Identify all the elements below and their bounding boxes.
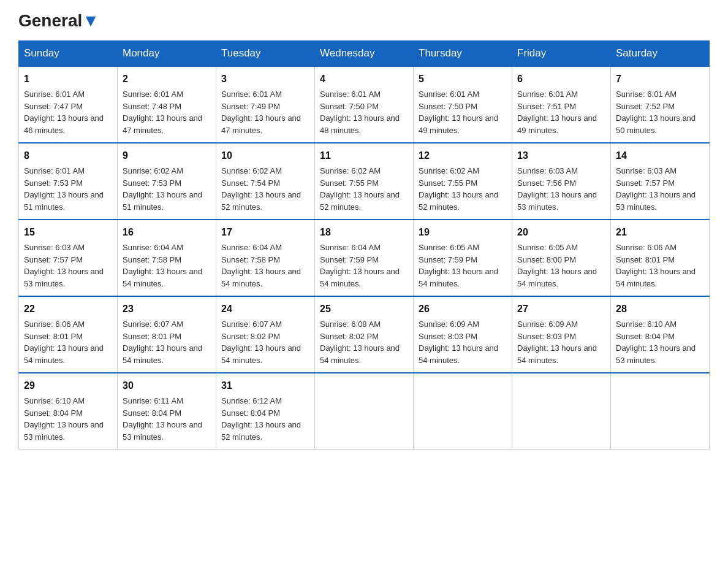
day-info: Sunrise: 6:01 AMSunset: 7:51 PMDaylight:…	[517, 88, 605, 136]
logo-triangle-icon: ▼	[82, 11, 99, 30]
calendar-cell	[611, 373, 710, 450]
day-number: 22	[24, 302, 112, 316]
day-number: 11	[320, 148, 408, 163]
calendar-day-header: Wednesday	[315, 41, 414, 67]
calendar-week-row: 1Sunrise: 6:01 AMSunset: 7:47 PMDaylight…	[19, 66, 710, 143]
day-number: 15	[24, 225, 112, 240]
day-info: Sunrise: 6:10 AMSunset: 8:04 PMDaylight:…	[24, 395, 112, 443]
day-number: 30	[123, 378, 211, 393]
day-number: 21	[616, 225, 704, 240]
day-number: 28	[616, 302, 704, 316]
calendar-cell: 7Sunrise: 6:01 AMSunset: 7:52 PMDaylight…	[611, 66, 710, 143]
calendar-week-row: 8Sunrise: 6:01 AMSunset: 7:53 PMDaylight…	[19, 143, 710, 220]
day-info: Sunrise: 6:01 AMSunset: 7:49 PMDaylight:…	[221, 88, 309, 136]
day-number: 3	[221, 72, 309, 86]
calendar-cell: 13Sunrise: 6:03 AMSunset: 7:56 PMDayligh…	[512, 143, 611, 220]
calendar-cell: 2Sunrise: 6:01 AMSunset: 7:48 PMDaylight…	[118, 66, 216, 143]
day-number: 27	[517, 302, 605, 316]
day-info: Sunrise: 6:03 AMSunset: 7:56 PMDaylight:…	[517, 165, 605, 213]
day-info: Sunrise: 6:01 AMSunset: 7:52 PMDaylight:…	[616, 88, 704, 136]
day-info: Sunrise: 6:10 AMSunset: 8:04 PMDaylight:…	[616, 318, 704, 366]
day-number: 6	[517, 72, 605, 86]
calendar-cell: 19Sunrise: 6:05 AMSunset: 7:59 PMDayligh…	[414, 220, 512, 296]
day-number: 20	[517, 225, 605, 240]
day-info: Sunrise: 6:03 AMSunset: 7:57 PMDaylight:…	[616, 165, 704, 213]
calendar-day-header: Thursday	[414, 41, 512, 67]
calendar-header-row: SundayMondayTuesdayWednesdayThursdayFrid…	[19, 41, 710, 67]
calendar-cell: 22Sunrise: 6:06 AMSunset: 8:01 PMDayligh…	[19, 296, 118, 373]
calendar-cell: 4Sunrise: 6:01 AMSunset: 7:50 PMDaylight…	[315, 66, 414, 143]
calendar-day-header: Tuesday	[216, 41, 315, 67]
calendar-cell: 11Sunrise: 6:02 AMSunset: 7:55 PMDayligh…	[315, 143, 414, 220]
day-info: Sunrise: 6:07 AMSunset: 8:02 PMDaylight:…	[221, 318, 309, 366]
calendar-table: SundayMondayTuesdayWednesdayThursdayFrid…	[18, 40, 710, 450]
calendar-cell: 5Sunrise: 6:01 AMSunset: 7:50 PMDaylight…	[414, 66, 512, 143]
calendar-cell: 1Sunrise: 6:01 AMSunset: 7:47 PMDaylight…	[19, 66, 118, 143]
day-info: Sunrise: 6:11 AMSunset: 8:04 PMDaylight:…	[123, 395, 211, 443]
day-number: 4	[320, 72, 408, 86]
day-info: Sunrise: 6:02 AMSunset: 7:53 PMDaylight:…	[123, 165, 211, 213]
day-number: 5	[419, 72, 507, 86]
calendar-cell: 10Sunrise: 6:02 AMSunset: 7:54 PMDayligh…	[216, 143, 315, 220]
day-info: Sunrise: 6:01 AMSunset: 7:47 PMDaylight:…	[24, 88, 112, 136]
calendar-day-header: Saturday	[611, 41, 710, 67]
calendar-week-row: 29Sunrise: 6:10 AMSunset: 8:04 PMDayligh…	[19, 373, 710, 450]
day-info: Sunrise: 6:01 AMSunset: 7:50 PMDaylight:…	[320, 88, 408, 136]
day-number: 14	[616, 148, 704, 163]
day-info: Sunrise: 6:09 AMSunset: 8:03 PMDaylight:…	[517, 318, 605, 366]
day-info: Sunrise: 6:02 AMSunset: 7:54 PMDaylight:…	[221, 165, 309, 213]
calendar-cell	[315, 373, 414, 450]
calendar-cell	[414, 373, 512, 450]
calendar-cell: 18Sunrise: 6:04 AMSunset: 7:59 PMDayligh…	[315, 220, 414, 296]
day-info: Sunrise: 6:12 AMSunset: 8:04 PMDaylight:…	[221, 395, 309, 443]
day-info: Sunrise: 6:04 AMSunset: 7:59 PMDaylight:…	[320, 242, 408, 289]
day-number: 17	[221, 225, 309, 240]
calendar-cell: 12Sunrise: 6:02 AMSunset: 7:55 PMDayligh…	[414, 143, 512, 220]
calendar-cell: 20Sunrise: 6:05 AMSunset: 8:00 PMDayligh…	[512, 220, 611, 296]
day-number: 8	[24, 148, 112, 163]
logo: General▼	[18, 12, 99, 28]
day-info: Sunrise: 6:09 AMSunset: 8:03 PMDaylight:…	[419, 318, 507, 366]
day-number: 31	[221, 378, 309, 393]
day-info: Sunrise: 6:01 AMSunset: 7:53 PMDaylight:…	[24, 165, 112, 213]
calendar-cell: 29Sunrise: 6:10 AMSunset: 8:04 PMDayligh…	[19, 373, 118, 450]
day-number: 10	[221, 148, 309, 163]
calendar-cell: 21Sunrise: 6:06 AMSunset: 8:01 PMDayligh…	[611, 220, 710, 296]
calendar-cell: 15Sunrise: 6:03 AMSunset: 7:57 PMDayligh…	[19, 220, 118, 296]
calendar-cell: 28Sunrise: 6:10 AMSunset: 8:04 PMDayligh…	[611, 296, 710, 373]
day-number: 18	[320, 225, 408, 240]
day-info: Sunrise: 6:01 AMSunset: 7:48 PMDaylight:…	[123, 88, 211, 136]
calendar-cell: 14Sunrise: 6:03 AMSunset: 7:57 PMDayligh…	[611, 143, 710, 220]
calendar-cell: 3Sunrise: 6:01 AMSunset: 7:49 PMDaylight…	[216, 66, 315, 143]
calendar-cell: 9Sunrise: 6:02 AMSunset: 7:53 PMDaylight…	[118, 143, 216, 220]
day-info: Sunrise: 6:03 AMSunset: 7:57 PMDaylight:…	[24, 242, 112, 289]
day-number: 13	[517, 148, 605, 163]
calendar-cell: 8Sunrise: 6:01 AMSunset: 7:53 PMDaylight…	[19, 143, 118, 220]
calendar-cell: 6Sunrise: 6:01 AMSunset: 7:51 PMDaylight…	[512, 66, 611, 143]
calendar-week-row: 22Sunrise: 6:06 AMSunset: 8:01 PMDayligh…	[19, 296, 710, 373]
day-info: Sunrise: 6:04 AMSunset: 7:58 PMDaylight:…	[221, 242, 309, 289]
day-info: Sunrise: 6:01 AMSunset: 7:50 PMDaylight:…	[419, 88, 507, 136]
day-info: Sunrise: 6:05 AMSunset: 7:59 PMDaylight:…	[419, 242, 507, 289]
day-number: 29	[24, 378, 112, 393]
calendar-cell: 23Sunrise: 6:07 AMSunset: 8:01 PMDayligh…	[118, 296, 216, 373]
logo-general: General▼	[18, 12, 99, 29]
calendar-cell: 31Sunrise: 6:12 AMSunset: 8:04 PMDayligh…	[216, 373, 315, 450]
calendar-cell	[512, 373, 611, 450]
day-number: 12	[419, 148, 507, 163]
calendar-cell: 17Sunrise: 6:04 AMSunset: 7:58 PMDayligh…	[216, 220, 315, 296]
day-number: 9	[123, 148, 211, 163]
day-info: Sunrise: 6:06 AMSunset: 8:01 PMDaylight:…	[616, 242, 704, 289]
day-number: 25	[320, 302, 408, 316]
day-number: 24	[221, 302, 309, 316]
calendar-week-row: 15Sunrise: 6:03 AMSunset: 7:57 PMDayligh…	[19, 220, 710, 296]
day-number: 19	[419, 225, 507, 240]
page-header: General▼	[18, 12, 710, 28]
day-info: Sunrise: 6:02 AMSunset: 7:55 PMDaylight:…	[419, 165, 507, 213]
day-info: Sunrise: 6:06 AMSunset: 8:01 PMDaylight:…	[24, 318, 112, 366]
day-number: 26	[419, 302, 507, 316]
day-info: Sunrise: 6:02 AMSunset: 7:55 PMDaylight:…	[320, 165, 408, 213]
calendar-cell: 30Sunrise: 6:11 AMSunset: 8:04 PMDayligh…	[118, 373, 216, 450]
calendar-cell: 25Sunrise: 6:08 AMSunset: 8:02 PMDayligh…	[315, 296, 414, 373]
calendar-day-header: Sunday	[19, 41, 118, 67]
